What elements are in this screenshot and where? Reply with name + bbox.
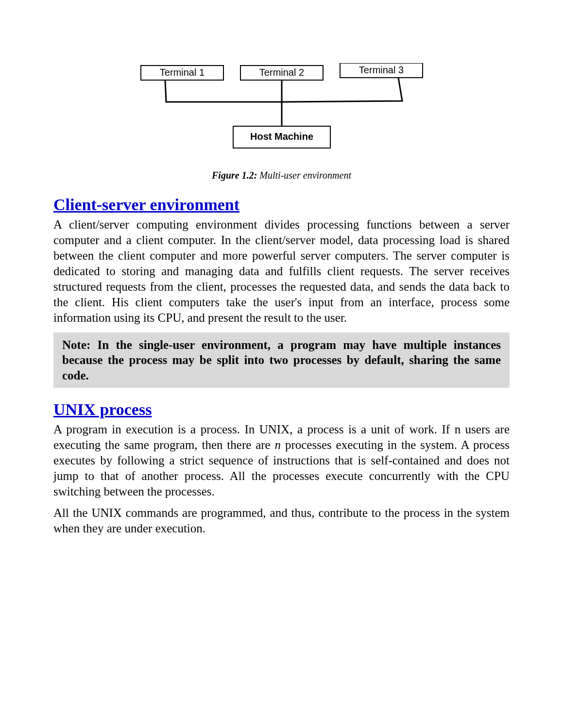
heading-unix-process: UNIX process (53, 400, 510, 419)
italic-n: n (275, 438, 281, 451)
figure-caption-label: Figure 1.2: (212, 170, 257, 181)
figure-caption: Figure 1.2: Multi-user environment (53, 170, 510, 181)
note-box: Note: In the single-user environment, a … (53, 332, 510, 388)
heading-client-server: Client-server environment (53, 196, 510, 214)
figure-diagram: Terminal 1 Terminal 2 Terminal 3 Host Ma… (136, 63, 427, 150)
document-page: Terminal 1 Terminal 2 Terminal 3 Host Ma… (0, 0, 563, 571)
paragraph-unix-process-2: All the UNIX commands are programmed, an… (53, 505, 510, 536)
paragraph-client-server: A client/server computing environment di… (53, 217, 510, 326)
diagram-terminal-2-label: Terminal 2 (259, 67, 304, 78)
figure-caption-title: Multi-user environment (259, 170, 351, 181)
diagram-terminal-1-label: Terminal 1 (159, 67, 204, 78)
paragraph-unix-process-1: A program in execution is a process. In … (53, 422, 510, 499)
diagram-terminal-3-label: Terminal 3 (358, 65, 403, 75)
diagram-host-label: Host Machine (250, 131, 313, 142)
